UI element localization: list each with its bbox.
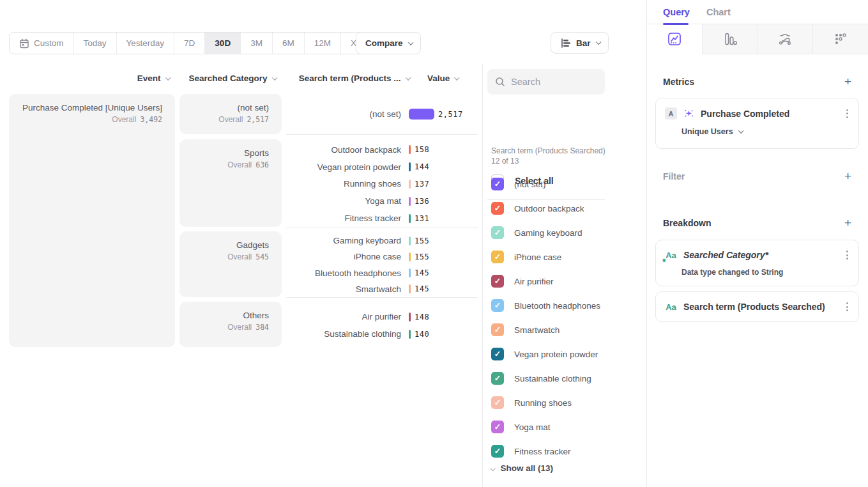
tab-flows[interactable] <box>758 24 814 54</box>
series-checkbox[interactable]: ✓ <box>491 251 504 263</box>
value-text: 158 <box>415 145 429 154</box>
kebab-menu-icon[interactable] <box>845 108 849 120</box>
breakdown-title: Breakdown <box>663 218 711 228</box>
legend-item[interactable]: ✓Running shoes <box>491 390 600 415</box>
search-icon <box>495 77 505 87</box>
category-column: (not set)Overall2,517SportsOverall636Gad… <box>179 94 282 347</box>
series-label: Running shoes <box>514 398 572 408</box>
table-row[interactable]: iPhone case155 <box>286 249 478 265</box>
legend-item[interactable]: ✓Vegan protein powder <box>491 342 600 366</box>
table-row[interactable]: Air purifier148 <box>286 308 478 325</box>
table-row[interactable]: Smartwatch145 <box>286 281 478 297</box>
table-row[interactable]: Outdoor backpack158 <box>286 141 478 158</box>
compare-button[interactable]: Compare <box>356 32 421 54</box>
check-icon: ✓ <box>494 326 501 334</box>
event-name: Purchase Completed [Unique Users] <box>9 102 162 114</box>
add-breakdown-button[interactable]: + <box>844 217 851 229</box>
overall-value: 545 <box>255 252 269 261</box>
value-text: 155 <box>415 236 429 245</box>
value-text: 140 <box>415 330 429 339</box>
series-checkbox[interactable]: ✓ <box>491 372 504 385</box>
date-range-yesterday[interactable]: Yesterday <box>117 33 175 54</box>
tab-funnels[interactable] <box>703 24 758 54</box>
column-header-search-term[interactable]: Search term (Products ... <box>286 73 409 83</box>
series-checkbox[interactable]: ✓ <box>491 275 504 288</box>
metric-card[interactable]: A Purchase Completed Unique Users <box>655 98 859 149</box>
chart-type-selector[interactable]: Bar <box>551 32 609 54</box>
legend-item[interactable]: ✓Gaming keyboard <box>491 220 600 245</box>
series-checkbox[interactable]: ✓ <box>491 421 504 433</box>
kebab-menu-icon[interactable] <box>845 301 849 313</box>
series-checkbox[interactable]: ✓ <box>491 445 504 458</box>
column-header-event[interactable]: Event <box>9 73 169 83</box>
add-metric-button[interactable]: + <box>844 75 851 88</box>
search-input[interactable] <box>511 77 594 87</box>
legend-item[interactable]: ✓Sustainable clothing <box>491 366 600 390</box>
table-row[interactable]: Running shoes137 <box>286 176 478 193</box>
table-row[interactable]: Bluetooth headphones145 <box>286 265 478 281</box>
term-label: Sustainable clothing <box>286 329 409 339</box>
date-range-3m[interactable]: 3M <box>241 33 273 54</box>
breakdown-card[interactable]: AaSearch term (Products Searched) <box>655 291 859 322</box>
legend-item[interactable]: ✓iPhone case <box>491 245 600 269</box>
value-bar <box>409 330 411 339</box>
legend-item[interactable]: ✓Fitness tracker <box>491 439 600 463</box>
date-range-7d[interactable]: 7D <box>174 33 205 54</box>
legend-item[interactable]: ✓Outdoor backpack <box>491 196 600 220</box>
column-header-value[interactable]: Value <box>427 73 466 83</box>
series-checkbox[interactable]: ✓ <box>491 226 504 239</box>
tab-insights[interactable] <box>647 24 703 54</box>
kebab-menu-icon[interactable] <box>845 249 849 261</box>
overall-label: Overall <box>227 160 252 169</box>
calendar-icon <box>19 38 29 49</box>
date-range-custom[interactable]: Custom <box>10 33 74 54</box>
category-cell[interactable]: GadgetsOverall545 <box>179 231 282 297</box>
breakdown-card[interactable]: Aa✱Searched Category*Data type changed t… <box>655 240 859 286</box>
legend-item[interactable]: ✓Bluetooth headphones <box>491 293 600 318</box>
tab-query[interactable]: Query <box>663 7 690 17</box>
aggregation-selector[interactable]: Unique Users <box>656 120 858 145</box>
series-checkbox[interactable]: ✓ <box>491 202 504 215</box>
table-row[interactable]: Fitness tracker131 <box>286 210 478 227</box>
series-checkbox[interactable]: ✓ <box>491 348 504 360</box>
legend-item[interactable]: ✓(not set) <box>491 172 600 196</box>
date-range-30d[interactable]: 30D <box>205 33 241 54</box>
series-search[interactable] <box>487 69 605 95</box>
aggregation-label: Unique Users <box>681 127 733 136</box>
series-checkbox[interactable]: ✓ <box>491 323 504 336</box>
legend-item[interactable]: ✓Yoga mat <box>491 415 600 439</box>
series-checkbox[interactable]: ✓ <box>491 178 504 190</box>
chevron-down-icon <box>455 75 460 80</box>
column-header-searched-category[interactable]: Searched Category <box>179 73 275 83</box>
series-checkbox[interactable]: ✓ <box>491 396 504 409</box>
table-row[interactable]: Sustainable clothing140 <box>286 325 478 343</box>
string-property-icon: Aa✱ <box>665 251 677 260</box>
date-range-6m[interactable]: 6M <box>273 33 305 54</box>
table-row[interactable]: Vegan protein powder144 <box>286 158 478 176</box>
category-cell[interactable]: OthersOverall384 <box>179 302 282 347</box>
breakdown-list: Aa✱Searched Category*Data type changed t… <box>655 240 859 322</box>
add-filter-button[interactable]: + <box>844 170 851 182</box>
date-range-today[interactable]: Today <box>74 33 117 54</box>
overall-label: Overall <box>227 323 252 332</box>
legend-item[interactable]: ✓Air purifier <box>491 269 600 293</box>
table-row[interactable]: Yoga mat136 <box>286 192 478 210</box>
table-row[interactable]: (not set)2,517 <box>286 105 478 123</box>
tab-chart[interactable]: Chart <box>706 7 731 17</box>
insights-icon <box>667 32 681 46</box>
category-cell[interactable]: (not set)Overall2,517 <box>179 94 282 134</box>
term-label: Fitness tracker <box>286 213 409 223</box>
overall-label: Overall <box>227 252 252 261</box>
date-range-12m[interactable]: 12M <box>305 33 341 54</box>
term-label: Running shoes <box>286 179 409 189</box>
term-group: Outdoor backpack158Vegan protein powder1… <box>286 134 478 227</box>
legend-item[interactable]: ✓Smartwatch <box>491 318 600 342</box>
category-overall: Overall384 <box>179 323 269 332</box>
table-row[interactable]: Gaming keyboard155 <box>286 233 478 249</box>
event-cell[interactable]: Purchase Completed [Unique Users] Overal… <box>9 94 175 347</box>
tab-retention[interactable] <box>813 24 868 54</box>
term-label: Bluetooth headphones <box>286 268 409 278</box>
series-checkbox[interactable]: ✓ <box>491 299 504 312</box>
show-all-button[interactable]: Show all (13) <box>491 463 553 473</box>
category-cell[interactable]: SportsOverall636 <box>179 139 282 227</box>
